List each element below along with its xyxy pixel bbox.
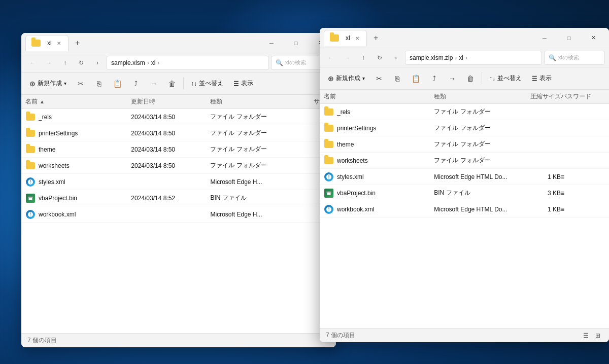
file-name: vbaProject.bin (39, 195, 77, 202)
tab-right[interactable]: xl ✕ (324, 30, 367, 46)
col-type-header-right: 種類 (434, 92, 517, 101)
tab-add-left[interactable]: + (71, 36, 85, 50)
col-name-header-right: 名前 (324, 92, 434, 101)
table-row[interactable]: printerSettingsファイル フォルダー (320, 120, 609, 136)
minimize-button-left[interactable]: ─ (260, 35, 283, 51)
file-name: worksheets (337, 157, 368, 164)
forward-button-right[interactable]: → (340, 51, 354, 65)
new-button-left[interactable]: ⊕ 新規作成 ▾ (25, 76, 71, 92)
sort-button-right[interactable]: ↑↓ 並べ替え (485, 70, 526, 87)
folder-file-icon (25, 112, 36, 122)
paste-button-right[interactable]: 📋 (408, 70, 424, 87)
col-name-header-left: 名前 (25, 97, 38, 106)
back-button-right[interactable]: ← (324, 51, 338, 65)
move-button-left[interactable]: → (146, 76, 162, 92)
search-placeholder-left: xlの検索 (285, 59, 306, 66)
cut-button-left[interactable]: ✂ (73, 76, 89, 92)
edge-file-icon (324, 204, 334, 214)
minimize-button-right[interactable]: ─ (533, 30, 556, 46)
refresh-button-right[interactable]: ↻ (373, 51, 387, 65)
cut-button-right[interactable]: ✂ (371, 70, 387, 87)
col-compressed-header-right: 圧縮サイズ (517, 92, 561, 101)
breadcrumb-root-left: sample.xlsm (111, 59, 145, 66)
table-row[interactable]: theme2024/03/14 8:50ファイル フォルダー (21, 141, 336, 158)
up-button-right[interactable]: ↑ (356, 51, 370, 65)
breadcrumb-sep1-right: › (455, 54, 457, 61)
search-box-right[interactable]: 🔍 xlの検索 (544, 51, 605, 65)
forward-button-left[interactable]: → (42, 56, 56, 70)
svg-rect-1 (29, 198, 32, 200)
svg-rect-3 (327, 193, 331, 195)
grid-view-icon[interactable]: ⊞ (593, 331, 603, 341)
delete-button-right[interactable]: 🗑 (462, 70, 479, 87)
folder-file-icon (25, 128, 36, 138)
title-bar-left: xl ✕ + ─ □ ✕ (21, 33, 336, 53)
location-button-left[interactable]: › (90, 56, 105, 70)
tab-label-left: xl (47, 40, 52, 47)
col-date-header-left: 更新日時 (131, 97, 210, 106)
file-date: 2024/03/14 8:52 (131, 195, 210, 202)
location-button-right[interactable]: › (389, 51, 403, 65)
table-row[interactable]: printerSettings2024/03/14 8:50ファイル フォルダー (21, 125, 336, 141)
file-name: theme (337, 141, 354, 148)
new-button-right[interactable]: ⊕ 新規作成 ▾ (324, 70, 369, 87)
file-name: workbook.xml (337, 206, 374, 213)
breadcrumb-xl-left: xl (151, 59, 156, 66)
table-row[interactable]: worksheetsファイル フォルダー (320, 153, 609, 169)
view-button-left[interactable]: ☰ 表示 (229, 76, 257, 92)
move-button-right[interactable]: → (444, 70, 460, 87)
copy-button-right[interactable]: ⎘ (389, 70, 405, 87)
table-row[interactable]: worksheets2024/03/14 8:50ファイル フォルダー (21, 158, 336, 174)
breadcrumb-right[interactable]: sample.xlsm.zip › xl › (405, 51, 542, 65)
share-button-right[interactable]: ⤴ (426, 70, 442, 87)
tab-label-right: xl (346, 34, 350, 42)
refresh-button-left[interactable]: ↻ (74, 56, 88, 70)
folder-file-icon (25, 144, 36, 155)
file-name: styles.xml (39, 178, 65, 186)
file-type: ファイル フォルダー (210, 161, 289, 170)
back-button-left[interactable]: ← (25, 56, 40, 70)
table-row[interactable]: styles.xmlMicrosoft Edge HTML Do...1 KB≡ (320, 169, 609, 185)
table-row[interactable]: _rels2024/03/14 8:50ファイル フォルダー (21, 109, 336, 125)
view-button-right[interactable]: ☰ 表示 (528, 70, 556, 87)
table-row[interactable]: _relsファイル フォルダー (320, 104, 609, 120)
file-name: styles.xml (337, 173, 364, 180)
file-name: printerSettings (337, 125, 376, 132)
table-row[interactable]: workbook.xmlMicrosoft Edge H...2 (21, 206, 336, 223)
toolbar-sep-left (183, 78, 184, 90)
breadcrumb-sep1-left: › (147, 59, 149, 66)
breadcrumb-xl-right: xl (459, 54, 463, 61)
maximize-button-right[interactable]: □ (557, 30, 581, 46)
title-bar-right: xl ✕ + ─ □ ✕ (320, 28, 609, 48)
tab-add-right[interactable]: + (369, 31, 383, 45)
file-type: ファイル フォルダー (210, 145, 289, 154)
file-password: ≡ (561, 173, 605, 180)
up-button-left[interactable]: ↑ (58, 56, 72, 70)
close-button-right[interactable]: ✕ (582, 30, 605, 46)
table-row[interactable]: styles.xmlMicrosoft Edge H...2 (21, 174, 336, 190)
tab-close-left[interactable]: ✕ (55, 39, 63, 47)
file-type: BIN ファイル (434, 189, 517, 197)
table-row[interactable]: workbook.xmlMicrosoft Edge HTML Do...1 K… (320, 201, 609, 217)
share-button-left[interactable]: ⤴ (127, 76, 144, 92)
breadcrumb-left[interactable]: sample.xlsm › xl › (107, 56, 269, 70)
sort-button-left[interactable]: ↑↓ 並べ替え (187, 76, 227, 92)
status-text-left: 7 個の項目 (27, 336, 57, 345)
paste-button-left[interactable]: 📋 (109, 76, 125, 92)
table-row[interactable]: vbaProject.bin2024/03/14 8:52BIN ファイル10 (21, 190, 336, 206)
list-view-icon[interactable]: ☰ (581, 331, 591, 341)
file-type: ファイル フォルダー (210, 113, 289, 121)
table-row[interactable]: vbaProject.binBIN ファイル3 KB≡ (320, 185, 609, 201)
tab-left[interactable]: xl ✕ (25, 35, 69, 51)
delete-button-left[interactable]: 🗑 (164, 76, 180, 92)
status-text-right: 7 個の項目 (326, 331, 355, 340)
copy-button-left[interactable]: ⎘ (91, 76, 107, 92)
toolbar-right: ⊕ 新規作成 ▾ ✂ ⎘ 📋 ⤴ → 🗑 ↑↓ 並べ替え ☰ 表示 (320, 67, 609, 90)
toolbar-left: ⊕ 新規作成 ▾ ✂ ⎘ 📋 ⤴ → 🗑 ↑↓ 並べ替え ☰ 表示 (21, 72, 336, 95)
file-compressed-size: 1 KB (517, 206, 561, 213)
maximize-button-left[interactable]: □ (284, 35, 308, 51)
table-row[interactable]: themeファイル フォルダー (320, 136, 609, 153)
file-date: 2024/03/14 8:50 (131, 162, 210, 169)
tab-close-right[interactable]: ✕ (353, 34, 361, 42)
edge-file-icon (25, 177, 36, 187)
